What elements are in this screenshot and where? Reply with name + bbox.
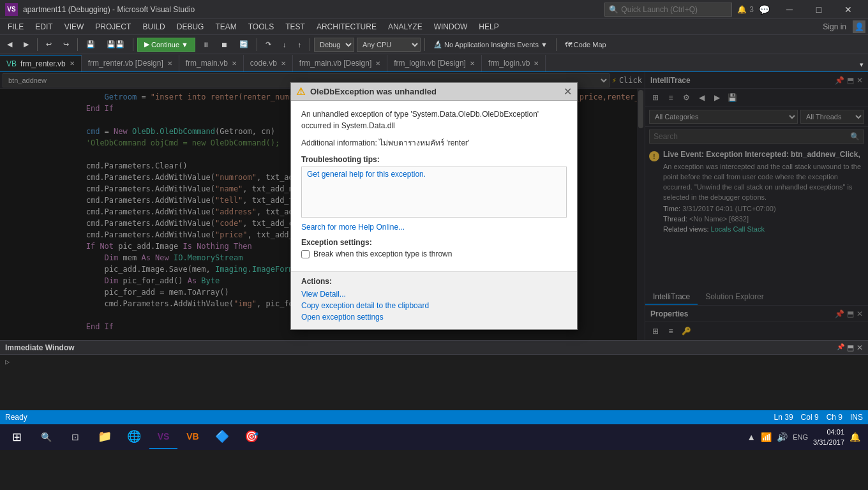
menu-project[interactable]: PROJECT [90,21,136,33]
immediate-window-header: Immediate Window 📌 ⬒ ✕ [0,341,868,355]
user-icon[interactable]: 👤 [853,20,865,33]
back-btn[interactable]: ◀ [3,38,17,52]
tray-sound-icon: 🔊 [777,432,788,442]
title-bar: VS apartment11 (Debugging) - Microsoft V… [0,0,868,19]
tab-frm-main[interactable]: frm_main.vb ✕ [179,55,244,71]
taskbar-app-explorer[interactable]: 📁 [91,425,119,449]
continue-button[interactable]: ▶ Continue ▼ [137,38,195,52]
menu-window[interactable]: WINDOW [429,21,473,33]
troubleshoot-link[interactable]: Get general help for this exception. [307,170,426,179]
task-view-icon: ⊡ [71,432,79,442]
start-button[interactable]: ⊞ [3,425,31,449]
pause-btn[interactable]: ⏸ [198,38,214,52]
maximize-button[interactable]: □ [804,0,834,19]
taskbar-app-vs[interactable]: VS [149,425,177,449]
save-all-btn[interactable]: 💾💾 [102,38,129,52]
taskbar-app-vb[interactable]: VB [179,425,207,449]
minimize-button[interactable]: ─ [775,0,804,19]
menu-file[interactable]: FILE [3,21,29,33]
stepover-btn[interactable]: ↷ [261,38,276,52]
redo-btn[interactable]: ↪ [59,38,73,52]
tab-code[interactable]: code.vb ✕ [244,55,293,71]
restart-btn[interactable]: 🔄 [235,38,253,52]
tab-label-3: frm_main.vb [186,59,228,68]
tab-label-2: frm_renter.vb [Design] [88,59,163,68]
tray-network-icon: ▲ [747,432,756,442]
close-button[interactable]: ✕ [834,0,863,19]
cpu-select[interactable]: Any CPU [357,38,421,52]
menu-view[interactable]: VIEW [59,21,89,33]
tab-close-4[interactable]: ✕ [281,60,286,67]
troubleshoot-box[interactable]: Get general help for this exception. [301,167,567,218]
tab-frm-login[interactable]: frm_login.vb ✕ [482,55,546,71]
extra2-icon: 🎯 [244,429,258,443]
more-help-link[interactable]: Search for more Help Online... [301,223,405,232]
tab-close-6[interactable]: ✕ [470,60,475,67]
view-detail-link[interactable]: View Detail... [301,290,567,299]
browser-icon: 🌐 [127,429,141,443]
immediate-content[interactable]: ▷ [0,355,868,369]
immediate-cursor: ▷ [5,357,10,366]
menu-build[interactable]: BUILD [137,21,170,33]
taskbar-search-icon: 🔍 [41,432,52,442]
status-right: Ln 39 Col 9 Ch 9 INS [774,413,863,422]
immediate-window-title: Immediate Window [5,343,75,352]
status-ch: Ch 9 [827,413,842,422]
tab-close-3[interactable]: ✕ [232,60,237,67]
task-view-button[interactable]: ⊡ [61,425,89,449]
no-insights-button[interactable]: 🔬 No Application Insights Events ▼ [429,38,552,52]
forward-btn[interactable]: ▶ [19,38,33,52]
exception-checkbox-label[interactable]: Break when this exception type is thrown [301,249,567,258]
menu-architecture[interactable]: ARCHITECTURE [311,21,382,33]
dialog-close-button[interactable]: ✕ [564,85,572,98]
menu-edit[interactable]: EDIT [30,21,57,33]
clock-date: 3/31/2017 [813,437,844,447]
title-bar-left: VS apartment11 (Debugging) - Microsoft V… [5,3,195,16]
stop-btn[interactable]: ⏹ [216,38,232,52]
open-settings-link[interactable]: Open exception settings [301,313,567,322]
menu-analyze[interactable]: ANALYZE [383,21,428,33]
menu-tools[interactable]: TOOLS [243,21,279,33]
dialog-overlay: ⚠ OleDbException was unhandled ✕ An unha… [0,72,868,340]
menu-help[interactable]: HELP [474,21,504,33]
taskbar-clock: 04:01 3/31/2017 [813,427,844,447]
quick-launch-container[interactable]: 🔍 [604,3,732,17]
exception-settings: Exception settings: Break when this exce… [301,238,567,258]
tab-close-1[interactable]: ✕ [70,60,75,67]
menu-test[interactable]: TEST [280,21,310,33]
window-title: apartment11 (Debugging) - Microsoft Visu… [23,5,195,14]
search-button[interactable]: 🔍 [32,425,60,449]
tab-frm-renter-design[interactable]: frm_renter.vb [Design] ✕ [82,55,179,71]
toolbar-sep-5 [310,38,310,51]
tab-close-5[interactable]: ✕ [375,60,380,67]
menu-debug[interactable]: DEBUG [172,21,209,33]
tab-frm-main-design[interactable]: frm_main.vb [Design] ✕ [293,55,387,71]
immediate-close-icon[interactable]: ✕ [857,343,863,352]
undo-btn[interactable]: ↩ [41,38,56,52]
taskbar-app-browser[interactable]: 🌐 [120,425,148,449]
tab-label-6: frm_login.vb [Design] [394,59,466,68]
menu-team[interactable]: TEAM [210,21,241,33]
copy-exception-link[interactable]: Copy exception detail to the clipboard [301,301,567,310]
tab-frm-login-design[interactable]: frm_login.vb [Design] ✕ [387,55,482,71]
tab-close-2[interactable]: ✕ [167,60,172,67]
tray-wifi-icon: 📶 [761,432,772,442]
immediate-float-icon[interactable]: ⬒ [847,343,854,352]
stepout-btn[interactable]: ↑ [293,38,306,52]
immediate-pin-icon[interactable]: 📌 [837,343,844,352]
code-map-button[interactable]: 🗺 Code Map [560,38,611,52]
quick-launch-input[interactable] [621,5,723,14]
tab-frm-renter-vb[interactable]: VB frm_renter.vb ✕ [0,55,82,71]
tab-scroll-btn[interactable]: ▾ [855,57,868,71]
exception-checkbox[interactable] [301,250,310,258]
debug-config-select[interactable]: Debug [314,38,354,52]
save-btn[interactable]: 💾 [82,38,100,52]
taskbar-app-extra2[interactable]: 🎯 [237,425,266,449]
toolbar-sep-6 [424,38,425,51]
notification-icon[interactable]: 🔔 [849,432,860,442]
signin-button[interactable]: Sign in [818,22,851,31]
toolbar-sep-1 [37,38,38,51]
taskbar-app-extra1[interactable]: 🔷 [208,425,236,449]
stepin-btn[interactable]: ↓ [278,38,291,52]
tab-close-7[interactable]: ✕ [534,60,539,67]
